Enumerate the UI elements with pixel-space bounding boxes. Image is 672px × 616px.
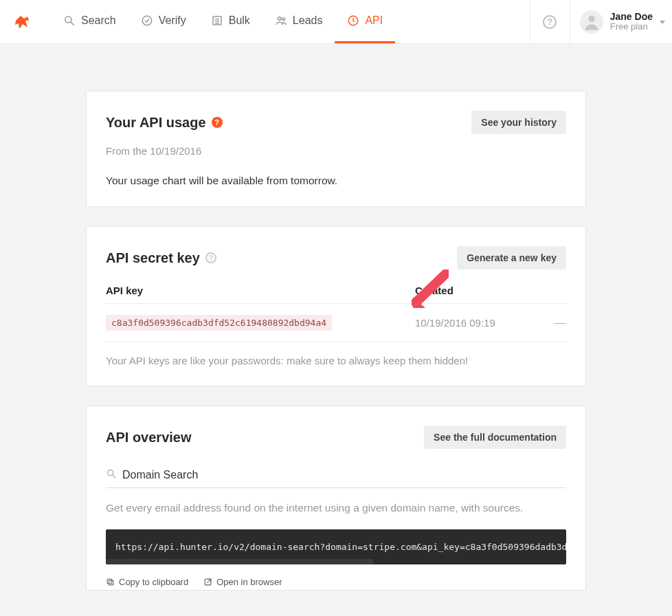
col-header-created: Created <box>415 285 550 296</box>
api-usage-card: Your API usage ? See your history From t… <box>86 91 586 207</box>
chevron-down-icon <box>660 21 665 24</box>
check-circle-icon <box>141 14 153 27</box>
card-title: Your API usage ? <box>106 115 223 131</box>
open-in-browser-button[interactable]: Open in browser <box>203 577 282 587</box>
api-overview-card: API overview See the full documentation … <box>86 406 586 591</box>
svg-point-2 <box>142 16 152 25</box>
brand-logo[interactable] <box>14 14 30 30</box>
endpoint-heading: Domain Search <box>106 468 566 488</box>
nav-leads[interactable]: Leads <box>262 0 335 43</box>
svg-rect-14 <box>107 579 112 584</box>
list-icon <box>211 14 223 27</box>
nav-api[interactable]: API <box>335 0 395 43</box>
svg-point-11 <box>108 470 113 476</box>
api-key-value[interactable]: c8a3f0d509396cadb3dfd52c619480892dbd94a4 <box>106 315 332 331</box>
see-full-docs-button[interactable]: See the full documentation <box>424 426 566 449</box>
svg-line-1 <box>71 22 74 25</box>
nav-label: API <box>365 14 383 27</box>
col-header-key: API key <box>106 285 415 296</box>
key-table-row: c8a3f0d509396cadb3dfd52c619480892dbd94a4… <box>106 304 566 342</box>
generate-new-key-button[interactable]: Generate a new key <box>457 246 566 270</box>
usage-message: Your usage chart will be available from … <box>106 175 566 187</box>
nav-label: Search <box>81 14 116 27</box>
endpoint-description: Get every email address found on the int… <box>106 502 566 514</box>
nav-bulk[interactable]: Bulk <box>199 0 262 43</box>
endpoint-url-code[interactable]: https://api.hunter.io/v2/domain-search?d… <box>106 529 566 564</box>
title-text: API overview <box>106 430 192 446</box>
action-label: Copy to clipboard <box>119 577 188 587</box>
usage-from-date: From the 10/19/2016 <box>106 145 566 157</box>
people-icon <box>275 14 287 27</box>
user-menu[interactable]: Jane Doe Free plan <box>570 0 672 43</box>
endpoint-name: Domain Search <box>122 469 198 481</box>
help-icon[interactable]: ? <box>212 117 223 128</box>
card-title: API overview <box>106 430 192 446</box>
nav-verify[interactable]: Verify <box>128 0 199 43</box>
svg-point-8 <box>282 18 285 21</box>
key-actions[interactable]: — <box>550 316 566 330</box>
title-text: API secret key <box>106 250 200 266</box>
api-secret-key-card: API secret key ? Generate a new key API … <box>86 226 586 386</box>
action-label: Open in browser <box>216 577 282 587</box>
nav-label: Leads <box>293 14 323 27</box>
svg-line-12 <box>113 475 115 478</box>
api-icon <box>347 14 359 27</box>
svg-point-7 <box>278 17 281 21</box>
user-plan: Free plan <box>610 22 653 32</box>
copy-to-clipboard-button[interactable]: Copy to clipboard <box>106 577 188 587</box>
key-warning-note: Your API keys are like your passwords: m… <box>106 355 566 366</box>
search-icon <box>106 468 117 482</box>
copy-icon <box>106 578 115 586</box>
question-icon: ? <box>543 15 557 29</box>
nav-search[interactable]: Search <box>51 0 128 43</box>
help-button[interactable]: ? <box>530 0 570 43</box>
help-icon[interactable]: ? <box>205 252 216 263</box>
title-text: Your API usage <box>106 115 206 131</box>
svg-point-0 <box>65 16 71 23</box>
svg-point-10 <box>588 15 594 21</box>
see-history-button[interactable]: See your history <box>471 111 566 134</box>
nav-label: Verify <box>159 14 186 27</box>
avatar-icon <box>580 10 603 34</box>
svg-rect-13 <box>109 580 113 585</box>
search-icon <box>63 14 76 27</box>
card-title: API secret key ? <box>106 250 216 266</box>
main-nav: Search Verify Bulk Leads API <box>51 0 395 43</box>
external-link-icon <box>203 578 212 586</box>
top-bar: Search Verify Bulk Leads API ? Jane Do <box>0 0 672 44</box>
user-name: Jane Doe <box>610 11 653 22</box>
nav-label: Bulk <box>229 14 250 27</box>
key-created-date: 10/19/2016 09:19 <box>415 317 550 329</box>
key-table-header: API key Created <box>106 285 566 304</box>
